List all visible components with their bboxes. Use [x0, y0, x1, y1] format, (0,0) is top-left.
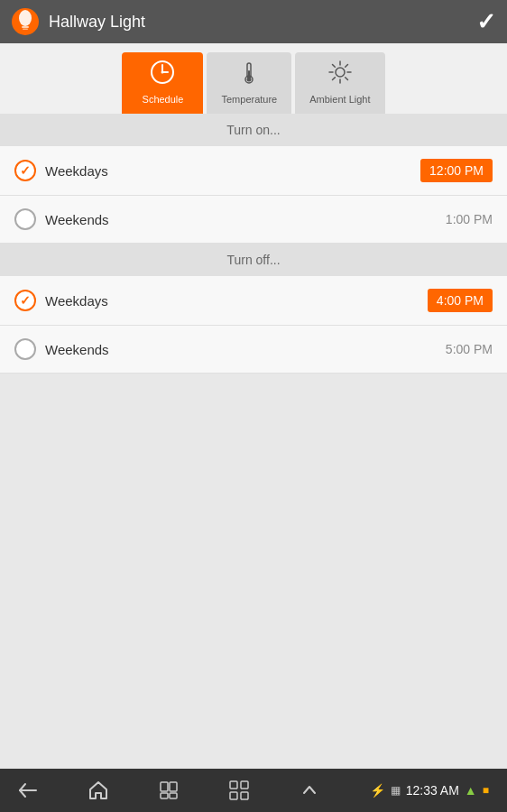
turn-on-weekends-radio[interactable] — [14, 208, 36, 230]
svg-rect-22 — [170, 782, 177, 791]
svg-rect-23 — [161, 793, 168, 798]
turn-on-weekdays-label: Weekdays — [45, 163, 108, 179]
turn-on-weekends-left: Weekends — [14, 208, 109, 230]
page-title: Hallway Light — [49, 13, 145, 32]
turn-off-weekdays-left: ✓ Weekdays — [14, 290, 108, 311]
tab-schedule[interactable]: Schedule — [122, 52, 203, 114]
gallery-icon: ▦ — [391, 784, 401, 797]
svg-line-17 — [332, 65, 335, 68]
svg-rect-21 — [161, 782, 168, 791]
signal-icon: ■ — [483, 784, 489, 797]
turn-on-weekends-row: Weekends 1:00 PM — [0, 196, 507, 244]
svg-point-1 — [19, 10, 32, 26]
header-left: Hallway Light — [11, 7, 145, 36]
svg-point-12 — [336, 68, 345, 77]
svg-line-19 — [346, 65, 348, 68]
turn-off-weekdays-row: ✓ Weekdays 4:00 PM — [0, 276, 507, 326]
screenshot-button[interactable] — [229, 780, 249, 800]
tab-ambient-label: Ambient Light — [309, 94, 370, 105]
tabs-container: Schedule Temperature — [0, 43, 507, 114]
turn-off-weekdays-radio[interactable]: ✓ — [14, 290, 36, 311]
svg-point-7 — [161, 71, 164, 74]
turn-off-weekdays-label: Weekdays — [45, 293, 108, 309]
svg-rect-25 — [230, 781, 237, 789]
confirm-icon[interactable]: ✓ — [476, 8, 496, 36]
turn-off-weekends-radio[interactable] — [14, 338, 36, 360]
svg-rect-26 — [241, 781, 248, 789]
menu-button[interactable] — [300, 780, 319, 800]
tab-ambient[interactable]: Ambient Light — [295, 52, 384, 114]
svg-rect-27 — [230, 792, 237, 799]
turn-on-weekdays-left: ✓ Weekdays — [14, 160, 108, 181]
turn-on-header: Turn on... — [0, 114, 507, 146]
status-area: ⚡ ▦ 12:33 AM ▲ ■ — [370, 783, 489, 798]
thermometer-icon — [236, 60, 262, 90]
svg-rect-28 — [241, 792, 248, 799]
system-time: 12:33 AM — [406, 783, 459, 798]
svg-rect-24 — [170, 793, 177, 798]
svg-rect-2 — [22, 26, 29, 28]
svg-point-11 — [247, 78, 252, 82]
turn-on-weekends-time[interactable]: 1:00 PM — [446, 212, 493, 226]
turn-on-weekends-label: Weekends — [45, 212, 109, 227]
tab-temperature[interactable]: Temperature — [207, 52, 291, 114]
turn-off-weekdays-time[interactable]: 4:00 PM — [428, 289, 493, 312]
tab-schedule-label: Schedule — [143, 94, 184, 105]
turn-off-weekends-time[interactable]: 5:00 PM — [446, 342, 493, 356]
content-area: Turn on... ✓ Weekdays 12:00 PM Weekends … — [0, 114, 507, 374]
recent-button[interactable] — [159, 780, 179, 800]
turn-off-weekends-row: Weekends 5:00 PM — [0, 326, 507, 374]
svg-rect-3 — [23, 29, 28, 31]
turn-off-weekends-left: Weekends — [14, 338, 109, 360]
bottom-nav: ⚡ ▦ 12:33 AM ▲ ■ — [0, 769, 507, 812]
svg-line-18 — [346, 78, 348, 80]
usb-icon: ⚡ — [370, 783, 385, 798]
back-button[interactable] — [18, 780, 38, 800]
bulb-icon — [11, 7, 40, 36]
turn-on-weekdays-time[interactable]: 12:00 PM — [420, 159, 493, 182]
tab-temperature-label: Temperature — [221, 94, 277, 105]
turn-on-weekdays-row: ✓ Weekdays 12:00 PM — [0, 146, 507, 196]
turn-off-weekends-label: Weekends — [45, 342, 109, 357]
turn-on-weekdays-radio[interactable]: ✓ — [14, 160, 36, 181]
wifi-icon: ▲ — [465, 783, 477, 798]
turn-off-header: Turn off... — [0, 244, 507, 276]
sun-icon — [327, 60, 353, 90]
svg-line-20 — [332, 78, 335, 80]
schedule-icon — [150, 60, 175, 90]
header: Hallway Light ✓ — [0, 0, 507, 43]
home-button[interactable] — [88, 780, 108, 800]
